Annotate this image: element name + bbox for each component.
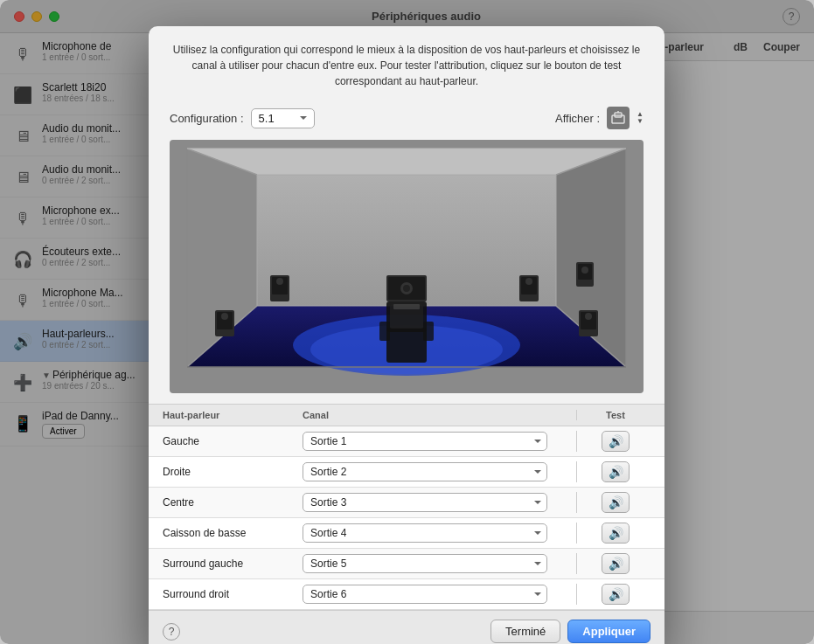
canal-select-2[interactable]: Sortie 1Sortie 2Sortie 3Sortie 4Sortie 5…: [303, 493, 547, 512]
svg-point-33: [585, 313, 592, 320]
modal-footer: ? Terminé Appliquer: [149, 610, 664, 644]
speaker-name-2: Centre: [163, 496, 303, 509]
termine-button[interactable]: Terminé: [490, 620, 560, 643]
test-col-4: 🔊: [581, 553, 651, 574]
svg-rect-45: [423, 322, 434, 341]
svg-point-24: [276, 278, 283, 285]
test-col-2: 🔊: [581, 492, 651, 513]
speaker-table: Haut-parleur Canal Test Gauche Sortie 1S…: [149, 404, 664, 610]
table-divider: [576, 410, 577, 420]
divider-3: [576, 523, 577, 544]
speaker-row-0: Gauche Sortie 1Sortie 2Sortie 3Sortie 4S…: [149, 426, 664, 457]
divider-5: [576, 584, 577, 605]
divider-2: [576, 492, 577, 513]
modal-header: Utilisez la configuration qui correspond…: [149, 26, 664, 100]
afficher-stepper[interactable]: ▲ ▼: [637, 111, 644, 125]
speaker-canal-2: Sortie 1Sortie 2Sortie 3Sortie 4Sortie 5…: [303, 493, 573, 512]
svg-marker-9: [187, 149, 626, 175]
speaker-name-5: Surround droit: [163, 588, 303, 600]
speaker-canal-0: Sortie 1Sortie 2Sortie 3Sortie 4Sortie 5…: [303, 432, 573, 451]
canal-select-1[interactable]: Sortie 1Sortie 2Sortie 3Sortie 4Sortie 5…: [303, 462, 547, 481]
svg-rect-41: [386, 328, 427, 363]
divider-1: [576, 461, 577, 482]
header-canal: Canal: [303, 410, 573, 420]
room-visualization: [170, 140, 644, 393]
speaker-name-0: Gauche: [163, 435, 303, 447]
test-button-5[interactable]: 🔊: [602, 584, 630, 605]
speaker-canal-5: Sortie 1Sortie 2Sortie 3Sortie 4Sortie 5…: [303, 585, 573, 604]
speaker-row-4: Surround gauche Sortie 1Sortie 2Sortie 3…: [149, 549, 664, 579]
svg-point-27: [525, 278, 532, 285]
test-button-1[interactable]: 🔊: [602, 461, 630, 482]
config-left: Configuration : MonoStereoQuad5.16.17.1: [170, 108, 315, 128]
header-haut-parleur: Haut-parleur: [163, 410, 303, 420]
config-select[interactable]: MonoStereoQuad5.16.17.1: [251, 108, 315, 128]
test-col-0: 🔊: [581, 431, 651, 452]
canal-select-0[interactable]: Sortie 1Sortie 2Sortie 3Sortie 4Sortie 5…: [303, 432, 547, 451]
speaker-row-1: Droite Sortie 1Sortie 2Sortie 3Sortie 4S…: [149, 457, 664, 488]
canal-select-4[interactable]: Sortie 1Sortie 2Sortie 3Sortie 4Sortie 5…: [303, 554, 547, 573]
test-button-3[interactable]: 🔊: [602, 523, 630, 544]
test-button-0[interactable]: 🔊: [602, 431, 630, 452]
svg-point-40: [581, 267, 588, 274]
svg-rect-44: [379, 322, 390, 341]
header-test: Test: [581, 410, 651, 420]
svg-rect-46: [393, 304, 420, 309]
speaker-table-header: Haut-parleur Canal Test: [149, 405, 664, 426]
test-col-3: 🔊: [581, 523, 651, 544]
speaker-canal-3: Sortie 1Sortie 2Sortie 3Sortie 4Sortie 5…: [303, 523, 573, 543]
test-col-5: 🔊: [581, 584, 651, 605]
config-row: Configuration : MonoStereoQuad5.16.17.1 …: [149, 100, 664, 140]
afficher-icon[interactable]: [607, 107, 630, 129]
speaker-name-3: Caisson de basse: [163, 527, 303, 539]
svg-point-37: [403, 285, 410, 292]
speaker-name-4: Surround gauche: [163, 557, 303, 570]
speaker-config-modal: Utilisez la configuration qui correspond…: [149, 26, 664, 644]
appliquer-button[interactable]: Appliquer: [567, 620, 651, 643]
afficher-right: Afficher : ▲ ▼: [555, 107, 644, 129]
speaker-row-2: Centre Sortie 1Sortie 2Sortie 3Sortie 4S…: [149, 488, 664, 518]
test-button-4[interactable]: 🔊: [602, 553, 630, 574]
speaker-row-5: Surround droit Sortie 1Sortie 2Sortie 3S…: [149, 579, 664, 610]
canal-select-3[interactable]: Sortie 1Sortie 2Sortie 3Sortie 4Sortie 5…: [303, 523, 547, 543]
modal-description: Utilisez la configuration qui correspond…: [170, 42, 644, 89]
test-col-1: 🔊: [581, 461, 651, 482]
divider-0: [576, 431, 577, 452]
config-label: Configuration :: [170, 112, 244, 125]
speaker-name-1: Droite: [163, 466, 303, 478]
footer-help-button[interactable]: ?: [163, 623, 180, 641]
speaker-canal-4: Sortie 1Sortie 2Sortie 3Sortie 4Sortie 5…: [303, 554, 573, 573]
canal-select-5[interactable]: Sortie 1Sortie 2Sortie 3Sortie 4Sortie 5…: [303, 585, 547, 604]
svg-point-30: [221, 313, 228, 320]
divider-4: [576, 553, 577, 574]
afficher-label: Afficher :: [555, 112, 600, 125]
speaker-canal-1: Sortie 1Sortie 2Sortie 3Sortie 4Sortie 5…: [303, 462, 573, 481]
speaker-row-3: Caisson de basse Sortie 1Sortie 2Sortie …: [149, 518, 664, 549]
test-button-2[interactable]: 🔊: [602, 492, 630, 513]
